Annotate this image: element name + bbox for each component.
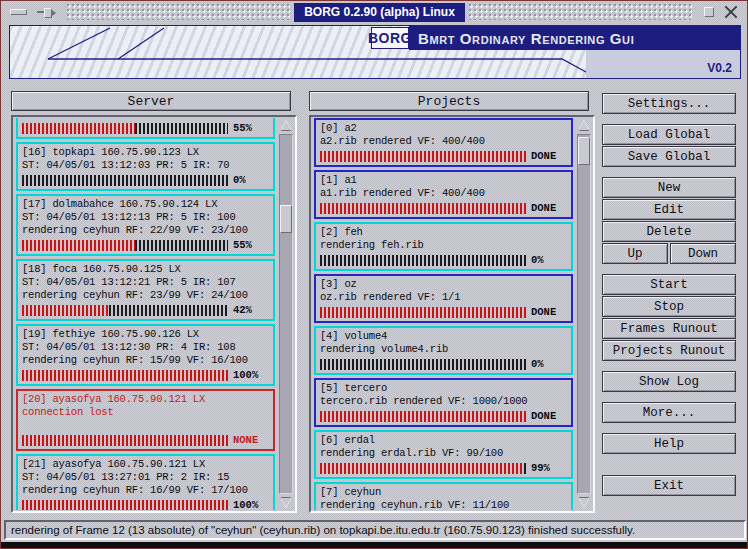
progress-row: 0% (320, 358, 567, 370)
settings-button[interactable]: Settings... (602, 93, 736, 114)
server-item[interactable]: [19] fethiye 160.75.90.126 LXST: 04/05/0… (16, 324, 275, 386)
button-row: UpDown (602, 243, 736, 264)
server-list-box: 55%[16] topkapi 160.75.90.123 LXST: 04/0… (11, 115, 297, 513)
project-item[interactable]: [5] tercerotercero.rib rendered VF: 1000… (314, 378, 573, 427)
load-global-button[interactable]: Load Global (602, 124, 736, 145)
server-item[interactable]: 55% (16, 118, 275, 139)
progress-label: DONE (531, 202, 567, 214)
delete-button[interactable]: Delete (602, 221, 736, 242)
progress-row: 55% (22, 122, 269, 134)
progress-row: 0% (320, 254, 567, 266)
progress-fill (320, 151, 526, 162)
progress-label: 99% (531, 462, 567, 474)
server-item[interactable]: [16] topkapi 160.75.90.123 LXST: 04/05/0… (16, 142, 275, 191)
help-button[interactable]: Help (602, 433, 736, 454)
project-item-text-line: a1.rib rendered VF: 400/400 (320, 187, 567, 200)
edit-button[interactable]: Edit (602, 199, 736, 220)
title-bar-texture[interactable] (67, 4, 290, 20)
project-item-text-line: tercero.rib rendered VF: 1000/1000 (320, 395, 567, 408)
server-item[interactable]: [20] ayasofya 160.75.90.121 LXconnection… (16, 389, 275, 451)
scrollbar-thumb[interactable] (280, 205, 292, 233)
progress-label: 0% (531, 358, 567, 370)
project-item[interactable]: [6] erdalrendering erdal.rib VF: 99/1009… (314, 430, 573, 479)
progress-label: 100% (233, 499, 269, 510)
button-group: More... (602, 402, 736, 423)
button-group: Load GlobalSave Global (602, 124, 736, 167)
title-bar-texture[interactable] (469, 4, 692, 20)
progress-fill (22, 305, 109, 316)
stop-button[interactable]: Stop (602, 296, 736, 317)
more-button[interactable]: More... (602, 402, 736, 423)
server-item-text-line: connection lost (22, 406, 269, 419)
progress-fill (22, 240, 135, 251)
server-item[interactable]: [21] ayasofya 160.75.90.121 LXST: 04/05/… (16, 454, 275, 510)
progress-bar (22, 123, 228, 134)
project-item-text-line: [4] volume4 (320, 330, 567, 343)
banner-title: Bmrt Ordinary Rendering Gui (409, 30, 634, 47)
new-button[interactable]: New (602, 177, 736, 198)
project-item-text-line: [1] a1 (320, 174, 567, 187)
server-panel-header: Server (11, 91, 291, 111)
progress-bar (320, 463, 526, 474)
progress-label: DONE (531, 306, 567, 318)
server-list: 55%[16] topkapi 160.75.90.123 LXST: 04/0… (15, 118, 276, 510)
project-item[interactable]: [3] ozoz.rib rendered VF: 1/1DONE (314, 274, 573, 323)
progress-fill (320, 307, 526, 318)
progress-row: 0% (22, 174, 269, 186)
scrollbar-thumb[interactable] (578, 137, 590, 165)
project-item-text-line: a2.rib rendered VF: 400/400 (320, 135, 567, 148)
progress-rest (135, 123, 228, 134)
progress-label: DONE (531, 410, 567, 422)
projects-scrollbar[interactable] (576, 118, 592, 510)
arrow-down-icon (579, 498, 589, 507)
project-item-text-line: rendering feh.rib (320, 239, 567, 252)
scroll-down-button[interactable] (278, 495, 294, 510)
project-item[interactable]: [7] ceyhunrendering ceyhun.rib VF: 11/10… (314, 482, 573, 510)
progress-row: 100% (22, 369, 269, 381)
project-item-text-line: [6] erdal (320, 434, 567, 447)
frames-runout-button[interactable]: Frames Runout (602, 318, 736, 339)
progress-bar (22, 240, 228, 251)
scroll-down-button[interactable] (576, 495, 592, 510)
button-group: Show Log (602, 371, 736, 392)
down-button[interactable]: Down (670, 243, 736, 264)
pin-icon[interactable] (37, 7, 55, 17)
progress-fill (320, 203, 526, 214)
projects-runout-button[interactable]: Projects Runout (602, 340, 736, 361)
button-group: Settings... (602, 93, 736, 114)
project-item[interactable]: [4] volume4rendering volume4.rib0% (314, 326, 573, 375)
progress-bar (320, 255, 526, 266)
button-row: Frames Runout (602, 318, 736, 339)
progress-row: DONE (320, 306, 567, 318)
up-button[interactable]: Up (602, 243, 668, 264)
action-button-column: Settings...Load GlobalSave GlobalNewEdit… (602, 93, 736, 506)
status-bar: rendering of Frame 12 (13 absolute) of "… (4, 520, 746, 540)
project-item[interactable]: [0] a2a2.rib rendered VF: 400/400DONE (314, 118, 573, 167)
scrollbar-track[interactable] (279, 134, 293, 494)
project-item[interactable]: [2] fehrendering feh.rib0% (314, 222, 573, 271)
button-row: More... (602, 402, 736, 423)
progress-row: DONE (320, 410, 567, 422)
progress-label: 0% (531, 254, 567, 266)
minimize-icon[interactable] (10, 9, 27, 15)
project-item[interactable]: [1] a1a1.rib rendered VF: 400/400DONE (314, 170, 573, 219)
scroll-up-button[interactable] (576, 118, 592, 133)
scrollbar-track[interactable] (577, 134, 591, 494)
maximize-icon[interactable] (704, 7, 714, 17)
save-global-button[interactable]: Save Global (602, 146, 736, 167)
scroll-up-button[interactable] (278, 118, 294, 133)
server-item[interactable]: [17] dolmabahce 160.75.90.124 LXST: 04/0… (16, 194, 275, 256)
progress-row: 100% (22, 499, 269, 510)
start-button[interactable]: Start (602, 274, 736, 295)
progress-bar (22, 370, 228, 381)
button-row: Show Log (602, 371, 736, 392)
server-item-text-line: [20] ayasofya 160.75.90.121 LX (22, 393, 269, 406)
show-log-button[interactable]: Show Log (602, 371, 736, 392)
progress-row: 99% (320, 462, 567, 474)
server-item[interactable]: [18] foca 160.75.90.125 LXST: 04/05/01 1… (16, 259, 275, 321)
server-scrollbar[interactable] (278, 118, 294, 510)
button-row: Load Global (602, 124, 736, 145)
progress-label: 42% (233, 304, 269, 316)
exit-button[interactable]: Exit (602, 475, 736, 496)
close-icon[interactable] (724, 5, 738, 19)
